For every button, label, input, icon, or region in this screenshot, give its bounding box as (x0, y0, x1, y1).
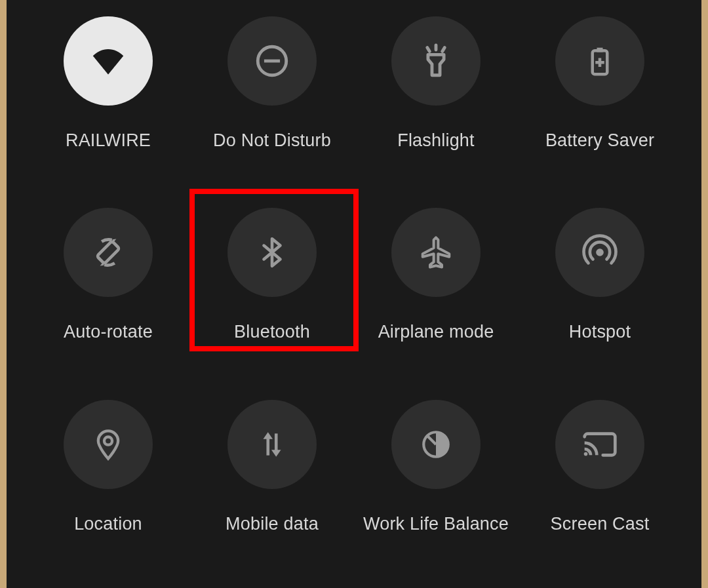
svg-rect-9 (97, 241, 120, 264)
bluetooth-icon (256, 236, 288, 269)
tile-work-life: Work Life Balance (354, 397, 518, 588)
tile-airplane: Airplane mode (354, 205, 518, 396)
battery-saver-icon (582, 43, 618, 79)
location-icon (91, 427, 125, 461)
wifi-icon (88, 41, 128, 81)
mobile-data-label: Mobile data (226, 514, 319, 534)
auto-rotate-icon (90, 234, 127, 271)
hotspot-button[interactable] (555, 208, 644, 297)
dnd-icon (253, 42, 291, 80)
svg-line-3 (427, 47, 430, 51)
quick-settings-panel: RAILWIRE Do Not Disturb (7, 0, 701, 588)
tile-bluetooth: Bluetooth (190, 205, 354, 396)
tile-screen-cast: Screen Cast (518, 397, 682, 588)
flashlight-icon (417, 42, 455, 80)
work-life-label: Work Life Balance (363, 514, 509, 534)
tile-location: Location (26, 397, 190, 588)
battery-saver-label: Battery Saver (545, 130, 654, 151)
screen-cast-label: Screen Cast (551, 514, 650, 534)
wifi-label: RAILWIRE (66, 130, 151, 151)
bluetooth-button[interactable] (227, 208, 317, 297)
wifi-button[interactable] (64, 16, 153, 106)
svg-point-19 (584, 452, 588, 456)
airplane-label: Airplane mode (378, 322, 494, 342)
hotspot-label: Hotspot (569, 322, 631, 342)
tile-wifi: RAILWIRE (26, 13, 190, 205)
tile-hotspot: Hotspot (518, 205, 682, 396)
svg-rect-6 (597, 48, 603, 52)
tile-dnd: Do Not Disturb (190, 13, 354, 205)
svg-marker-15 (263, 432, 273, 439)
svg-point-13 (104, 437, 112, 444)
mobile-data-button[interactable] (227, 400, 317, 489)
bluetooth-label: Bluetooth (234, 322, 310, 342)
screen-cast-icon (581, 426, 618, 463)
svg-point-12 (596, 248, 604, 256)
location-button[interactable] (64, 400, 153, 489)
flashlight-button[interactable] (391, 16, 481, 106)
auto-rotate-label: Auto-rotate (64, 322, 153, 342)
airplane-button[interactable] (391, 208, 481, 297)
work-life-button[interactable] (391, 400, 481, 489)
airplane-icon (418, 235, 454, 270)
auto-rotate-button[interactable] (64, 208, 153, 297)
hotspot-icon (581, 234, 618, 271)
quick-settings-grid: RAILWIRE Do Not Disturb (7, 13, 701, 588)
tile-battery-saver: Battery Saver (518, 13, 682, 205)
svg-line-4 (442, 47, 445, 51)
dnd-button[interactable] (227, 16, 317, 106)
flashlight-label: Flashlight (397, 130, 475, 151)
mobile-data-icon (256, 428, 288, 461)
tile-mobile-data: Mobile data (190, 397, 354, 588)
tile-auto-rotate: Auto-rotate (26, 205, 190, 396)
work-life-icon (420, 428, 452, 461)
dnd-label: Do Not Disturb (213, 130, 331, 151)
svg-marker-17 (271, 450, 281, 456)
location-label: Location (74, 514, 142, 534)
screen-cast-button[interactable] (555, 400, 644, 489)
battery-saver-button[interactable] (555, 16, 644, 106)
tile-flashlight: Flashlight (354, 13, 518, 205)
